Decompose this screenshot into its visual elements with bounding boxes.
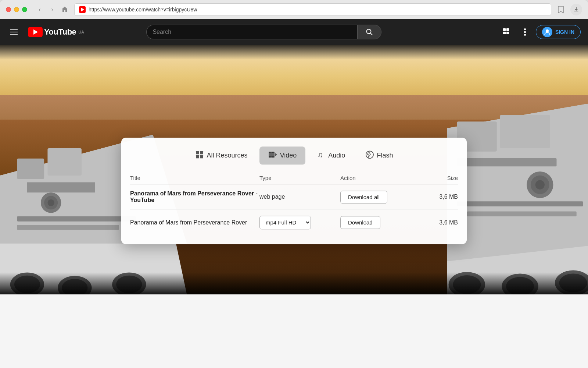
svg-point-9 — [546, 29, 549, 32]
table-header: Title Type Action Size — [130, 172, 458, 184]
video-tab-icon — [268, 151, 277, 160]
tab-all-resources[interactable]: All Resources — [186, 146, 257, 164]
tab-all-resources-label: All Resources — [207, 152, 248, 159]
svg-rect-34 — [457, 201, 583, 206]
row-2-size: 3,6 MB — [414, 219, 458, 226]
download-popup: All Resources — [121, 138, 467, 244]
svg-rect-51 — [270, 152, 271, 153]
svg-rect-45 — [200, 155, 203, 158]
svg-rect-42 — [196, 151, 199, 154]
svg-rect-44 — [196, 155, 199, 158]
table-row: Panorama of Mars from Perseverance Rover… — [130, 184, 458, 210]
apps-button[interactable] — [499, 24, 514, 40]
svg-rect-55 — [270, 156, 271, 158]
tab-flash-label: Flash — [377, 152, 393, 159]
svg-point-6 — [524, 28, 526, 30]
svg-rect-56 — [272, 156, 273, 158]
home-button[interactable] — [60, 4, 70, 15]
browser-window: ‹ › https://www.youtube.com/watch?v=irbi… — [0, 0, 588, 368]
traffic-lights — [6, 7, 27, 12]
svg-line-1 — [370, 33, 372, 35]
svg-rect-57 — [273, 156, 274, 158]
svg-point-33 — [535, 180, 545, 189]
maximize-button[interactable] — [22, 7, 27, 12]
all-resources-icon — [195, 150, 204, 161]
svg-rect-54 — [269, 156, 270, 158]
video-overlay-top — [0, 45, 588, 60]
svg-rect-19 — [17, 224, 119, 230]
svg-rect-13 — [47, 148, 81, 175]
svg-point-8 — [524, 34, 526, 36]
table-row: Panorama of Mars from Perseverance Rover… — [130, 210, 458, 235]
flash-tab-icon — [366, 151, 374, 160]
site-favicon — [79, 6, 86, 13]
header-type: Type — [259, 175, 340, 181]
youtube-logo-text: YouTube — [44, 27, 76, 37]
browser-download-button[interactable] — [570, 4, 582, 15]
header-action: Action — [340, 175, 414, 181]
row-1-title: Panorama of Mars from Perseverance Rover… — [130, 190, 259, 204]
row-1-action: Download all — [340, 191, 414, 204]
sign-in-avatar-icon — [542, 27, 552, 37]
tab-video[interactable]: Video — [259, 146, 306, 164]
svg-rect-5 — [506, 32, 509, 34]
svg-rect-4 — [503, 32, 506, 34]
youtube-header: YouTube UA — [0, 19, 588, 45]
header-size: Size — [414, 175, 458, 181]
address-bar[interactable]: https://www.youtube.com/watch?v=irbigpyc… — [74, 3, 551, 16]
search-input[interactable] — [146, 25, 357, 39]
svg-rect-52 — [272, 152, 273, 153]
row-2-action: Download — [340, 216, 414, 229]
tab-audio-label: Audio — [328, 152, 345, 159]
search-container — [146, 25, 381, 39]
tab-video-label: Video — [280, 152, 297, 159]
youtube-logo: YouTube UA — [28, 27, 84, 37]
svg-rect-43 — [200, 151, 203, 154]
row-1-type: web page — [259, 194, 340, 200]
page-content: YouTube UA — [0, 19, 588, 368]
svg-point-17 — [47, 199, 54, 206]
tab-bar: All Resources — [130, 146, 458, 164]
tab-flash[interactable]: Flash — [357, 146, 402, 164]
svg-rect-18 — [17, 216, 136, 221]
sign-in-button[interactable]: SIGN IN — [536, 25, 581, 39]
close-button[interactable] — [6, 7, 11, 12]
video-overlay-bottom — [0, 272, 588, 294]
bottom-area — [0, 294, 588, 368]
svg-marker-58 — [275, 153, 277, 156]
row-2-type-select-container: mp4 Full HD mp4 720p mp4 480p mp4 360p — [259, 216, 340, 229]
video-area: All Resources — [0, 45, 588, 294]
ua-badge: UA — [78, 30, 84, 34]
sign-in-label: SIGN IN — [555, 29, 574, 35]
youtube-logo-icon — [28, 27, 43, 37]
audio-tab-icon: ♫ — [317, 151, 325, 160]
bookmark-button[interactable] — [556, 4, 566, 15]
header-right: SIGN IN — [499, 24, 581, 40]
svg-rect-29 — [500, 115, 550, 148]
download-all-button[interactable]: Download all — [340, 191, 387, 204]
svg-rect-14 — [27, 182, 95, 192]
nav-buttons: ‹ › — [35, 4, 70, 15]
row-2-title: Panorama of Mars from Perseverance Rover — [130, 219, 259, 226]
search-button[interactable] — [357, 25, 381, 39]
svg-rect-30 — [457, 158, 556, 166]
title-bar: ‹ › https://www.youtube.com/watch?v=irbi… — [0, 0, 588, 19]
header-title: Title — [130, 175, 259, 181]
minimize-button[interactable] — [14, 7, 19, 12]
back-button[interactable]: ‹ — [35, 4, 45, 15]
svg-rect-12 — [17, 158, 44, 178]
hamburger-menu-button[interactable] — [7, 26, 21, 38]
url-display: https://www.youtube.com/watch?v=irbigpyc… — [89, 7, 546, 13]
svg-rect-3 — [506, 28, 509, 31]
svg-rect-50 — [269, 152, 270, 153]
forward-button[interactable]: › — [47, 4, 57, 15]
tab-audio[interactable]: ♫ Audio — [308, 146, 354, 164]
more-options-button[interactable] — [517, 24, 533, 40]
format-select[interactable]: mp4 Full HD mp4 720p mp4 480p mp4 360p — [259, 216, 311, 229]
svg-rect-35 — [467, 211, 576, 216]
svg-rect-2 — [503, 28, 506, 31]
svg-rect-53 — [273, 152, 274, 153]
svg-point-7 — [524, 31, 526, 33]
svg-text:♫: ♫ — [318, 151, 323, 159]
download-button[interactable]: Download — [340, 216, 380, 229]
